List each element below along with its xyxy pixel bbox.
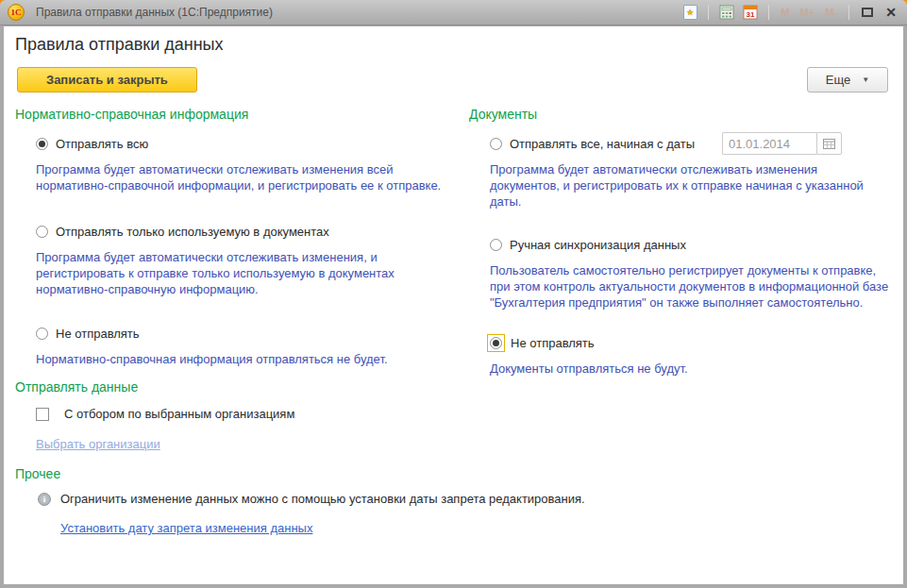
checkbox-label[interactable]: С отбором по выбранным организациям [64, 407, 294, 421]
radio-label[interactable]: Не отправлять [56, 327, 140, 341]
start-date-input[interactable] [722, 132, 816, 155]
radio-option-docs-none[interactable]: Не отправлять [469, 336, 890, 350]
nsi-section: Нормативно-справочная информация Отправл… [15, 107, 442, 536]
radio-label[interactable]: Отправлять всю [56, 137, 148, 151]
docs-from-date-description: Программа будет автоматически отслеживат… [469, 161, 890, 210]
radio-label[interactable]: Отправлять все, начиная с даты [510, 137, 695, 151]
titlebar-separator [848, 5, 849, 20]
other-header: Прочее [15, 466, 442, 481]
calculator-button[interactable] [718, 4, 735, 21]
maximize-icon [862, 8, 873, 17]
form-content: Правила отправки данных Записать и закры… [4, 26, 903, 584]
docs-none-description: Документы отправляться не будут. [469, 361, 890, 377]
nsi-send-used-description: Программа будет автоматически отслеживат… [15, 249, 442, 297]
close-icon: ✕ [885, 6, 897, 19]
title-bar: 1С Правила отправки данных (1С:Предприят… [0, 0, 907, 25]
start-date-field-group [722, 132, 842, 155]
more-button-label: Еще [826, 73, 850, 87]
calendar-button[interactable]: 31 [742, 4, 759, 21]
page-title: Правила отправки данных [15, 35, 224, 55]
checkbox-filter-by-organizations[interactable]: С отбором по выбранным организациям [15, 407, 442, 421]
memory-minus-button: М- [823, 7, 839, 18]
documents-section: Документы Отправлять все, начиная с даты [469, 107, 890, 377]
documents-header: Документы [469, 107, 890, 122]
close-button[interactable]: ✕ [882, 4, 899, 21]
radio-label[interactable]: Отправлять только используемую в докумен… [56, 225, 329, 239]
docs-manual-description: Пользователь самостоятельно регистрирует… [469, 262, 890, 311]
radio-option-nsi-none[interactable]: Не отправлять [15, 327, 442, 341]
date-picker-button[interactable] [816, 132, 842, 155]
set-restriction-date-link[interactable]: Установить дату запрета изменения данных [60, 521, 312, 535]
radio-label[interactable]: Не отправлять [511, 336, 595, 350]
1c-logo-icon[interactable]: 1С [8, 4, 25, 21]
nsi-header: Нормативно-справочная информация [15, 107, 442, 122]
app-window: 1С Правила отправки данных (1С:Предприят… [0, 0, 907, 588]
calculator-icon [719, 5, 734, 20]
radio-option-nsi-send-all[interactable]: Отправлять всю [15, 137, 442, 151]
window-title: Правила отправки данных (1С:Предприятие) [36, 6, 273, 19]
nsi-send-all-description: Программа будет автоматически отслеживат… [15, 161, 442, 193]
titlebar-separator [768, 5, 769, 20]
calendar-grid-icon [823, 139, 835, 149]
radio-icon[interactable] [36, 328, 48, 340]
checkbox-icon[interactable] [36, 408, 49, 421]
radio-icon[interactable] [490, 239, 502, 251]
titlebar-separator [708, 5, 709, 20]
radio-icon[interactable] [36, 138, 48, 150]
svg-text:31: 31 [747, 10, 755, 19]
radio-option-nsi-send-used[interactable]: Отправлять только используемую в докумен… [15, 225, 442, 239]
chevron-down-icon: ▼ [862, 76, 869, 84]
focus-ring [487, 334, 505, 352]
maximize-button[interactable] [859, 4, 876, 21]
favorites-button[interactable]: ★ [681, 4, 698, 21]
send-data-header: Отправлять данные [15, 379, 442, 395]
more-button[interactable]: Еще ▼ [807, 67, 888, 92]
save-and-close-button[interactable]: Записать и закрыть [17, 67, 197, 92]
radio-option-docs-from-date[interactable]: Отправлять все, начиная с даты [469, 137, 890, 151]
radio-icon[interactable] [490, 138, 502, 150]
star-document-icon: ★ [683, 5, 697, 20]
info-icon: i [38, 493, 51, 506]
radio-option-docs-manual[interactable]: Ручная синхронизация данных [469, 238, 890, 252]
info-note-text: Ограничить изменение данных можно с помо… [60, 492, 585, 506]
calendar-icon: 31 [743, 5, 758, 20]
memory-plus-button: М+ [798, 7, 817, 18]
radio-label[interactable]: Ручная синхронизация данных [510, 238, 686, 252]
radio-icon[interactable] [490, 337, 502, 349]
nsi-none-description: Нормативно-справочная информация отправл… [15, 351, 442, 367]
info-note: i Ограничить изменение данных можно с по… [15, 492, 442, 506]
memory-recall-button: М [779, 7, 791, 18]
select-organizations-link[interactable]: Выбрать организации [36, 437, 160, 451]
titlebar-buttons: ★ 31 М М+ М- [681, 4, 899, 21]
radio-icon[interactable] [36, 226, 48, 238]
